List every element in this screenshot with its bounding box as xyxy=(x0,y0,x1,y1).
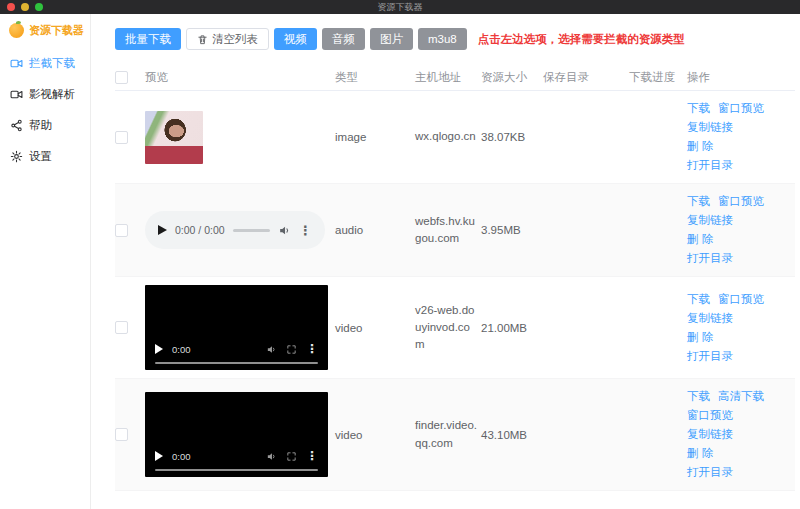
actions-cell: 下载窗口预览复制链接删 除打开目录 xyxy=(687,99,795,175)
resource-table: 预览类型主机地址资源大小保存目录下载进度操作 image wx.qlogo.cn… xyxy=(115,65,795,491)
table-row: image wx.qlogo.cn 38.07KB 下载窗口预览复制链接删 除打… xyxy=(115,91,795,184)
column-header: 主机地址 xyxy=(415,69,481,86)
volume-icon[interactable] xyxy=(278,224,291,237)
action-link[interactable]: 复制链接 xyxy=(687,118,733,137)
filter-video-button[interactable]: 视频 xyxy=(274,28,317,50)
gear-icon xyxy=(10,150,23,163)
action-link[interactable]: 删 除 xyxy=(687,230,713,249)
minimize-button[interactable] xyxy=(21,3,29,11)
action-link[interactable]: 打开目录 xyxy=(687,463,733,482)
header-check-cell xyxy=(115,71,145,84)
action-link[interactable]: 下载 xyxy=(687,387,710,406)
type-cell: image xyxy=(335,131,415,143)
actions-cell: 下载窗口预览复制链接删 除打开目录 xyxy=(687,290,795,366)
video-camera-icon xyxy=(10,57,23,70)
video-player: 0:00 ⋮ xyxy=(145,285,328,370)
action-link[interactable]: 打开目录 xyxy=(687,347,733,366)
action-link[interactable]: 下载 xyxy=(687,99,710,118)
action-link[interactable]: 高清下载 xyxy=(718,387,764,406)
share-icon xyxy=(10,119,23,132)
size-cell: 38.07KB xyxy=(481,131,543,143)
action-link[interactable]: 窗口预览 xyxy=(718,192,764,211)
video-menu-button[interactable]: ⋮ xyxy=(306,343,318,355)
video-seek-bar[interactable] xyxy=(155,362,318,364)
clear-list-button[interactable]: 清空列表 xyxy=(186,28,269,50)
play-button[interactable] xyxy=(155,344,163,354)
volume-icon[interactable] xyxy=(266,344,277,355)
action-link[interactable]: 下载 xyxy=(687,290,710,309)
batch-download-button[interactable]: 批量下载 xyxy=(115,28,181,50)
app-logo: 资源下载器 xyxy=(0,23,90,38)
filter-m3u8-button[interactable]: m3u8 xyxy=(418,28,467,50)
action-link[interactable]: 下载 xyxy=(687,192,710,211)
column-header: 下载进度 xyxy=(629,70,687,85)
size-cell: 43.10MB xyxy=(481,429,543,441)
video-time: 0:00 xyxy=(172,451,257,462)
preview-cell: 0:00 ⋮ xyxy=(145,285,335,370)
titlebar: 资源下载器 xyxy=(0,0,800,14)
fullscreen-icon[interactable] xyxy=(286,344,297,355)
sidebar-item-label: 拦截下载 xyxy=(29,56,75,71)
sidebar-item-help[interactable]: 帮助 xyxy=(0,110,90,141)
column-header: 操作 xyxy=(687,70,795,85)
audio-player: 0:00 / 0:00 ⋮ xyxy=(145,211,325,249)
action-link[interactable]: 打开目录 xyxy=(687,249,733,268)
table-row: 0:00 / 0:00 ⋮ audio webfs.hv.kugou.com 3… xyxy=(115,184,795,277)
image-thumbnail[interactable] xyxy=(145,111,203,164)
size-cell: 3.95MB xyxy=(481,224,543,236)
play-button[interactable] xyxy=(155,451,163,461)
action-link[interactable]: 窗口预览 xyxy=(687,406,733,425)
filter-image-button[interactable]: 图片 xyxy=(370,28,413,50)
sidebar-item-settings[interactable]: 设置 xyxy=(0,141,90,172)
action-link[interactable]: 复制链接 xyxy=(687,309,733,328)
action-link[interactable]: 打开目录 xyxy=(687,156,733,175)
row-checkbox[interactable] xyxy=(115,321,128,334)
sidebar: 资源下载器 拦截下载影视解析帮助设置 xyxy=(0,14,91,509)
action-link[interactable]: 删 除 xyxy=(687,444,713,463)
sidebar-item-label: 帮助 xyxy=(29,118,52,133)
sidebar-item-media-parse[interactable]: 影视解析 xyxy=(0,79,90,110)
video-seek-bar[interactable] xyxy=(155,469,318,471)
action-link[interactable]: 窗口预览 xyxy=(718,99,764,118)
video-camera-icon xyxy=(10,88,23,101)
size-cell: 21.00MB xyxy=(481,322,543,334)
video-menu-button[interactable]: ⋮ xyxy=(306,450,318,462)
main-content: 批量下载 清空列表 视频音频图片m3u8 点击左边选项，选择需要拦截的资源类型 … xyxy=(91,14,800,509)
table-row: 0:00 ⋮ video finder.video.qq.com 43.10MB… xyxy=(115,379,795,491)
clear-list-label: 清空列表 xyxy=(212,32,258,47)
row-checkbox[interactable] xyxy=(115,131,128,144)
table-header: 预览类型主机地址资源大小保存目录下载进度操作 xyxy=(115,65,795,91)
row-checkbox[interactable] xyxy=(115,428,128,441)
sidebar-item-label: 影视解析 xyxy=(29,87,75,102)
filter-audio-button[interactable]: 音频 xyxy=(322,28,365,50)
table-row: 0:00 ⋮ video v26-web.douyinvod.com 21.00… xyxy=(115,277,795,379)
audio-seek-bar[interactable] xyxy=(233,229,270,232)
app-body: 资源下载器 拦截下载影视解析帮助设置 批量下载 清空列表 视频音频图片m3u8 … xyxy=(0,14,800,509)
filter-group: 视频音频图片m3u8 xyxy=(274,28,467,50)
actions-cell: 下载窗口预览复制链接删 除打开目录 xyxy=(687,192,795,268)
host-cell: webfs.hv.kugou.com xyxy=(415,213,481,248)
host-cell: v26-web.douyinvod.com xyxy=(415,302,481,354)
close-button[interactable] xyxy=(7,3,15,11)
preview-cell: 0:00 / 0:00 ⋮ xyxy=(145,211,335,249)
fullscreen-icon[interactable] xyxy=(286,451,297,462)
orange-logo-icon xyxy=(9,23,24,38)
audio-time: 0:00 / 0:00 xyxy=(175,224,225,236)
action-link[interactable]: 复制链接 xyxy=(687,425,733,444)
traffic-lights xyxy=(7,3,43,11)
action-link[interactable]: 删 除 xyxy=(687,137,713,156)
host-cell: finder.video.qq.com xyxy=(415,417,481,452)
audio-menu-button[interactable]: ⋮ xyxy=(299,224,312,237)
maximize-button[interactable] xyxy=(35,3,43,11)
row-checkbox[interactable] xyxy=(115,224,128,237)
volume-icon[interactable] xyxy=(266,451,277,462)
select-all-checkbox[interactable] xyxy=(115,71,128,84)
action-link[interactable]: 复制链接 xyxy=(687,211,733,230)
sidebar-item-intercept-download[interactable]: 拦截下载 xyxy=(0,48,90,79)
sidebar-nav: 拦截下载影视解析帮助设置 xyxy=(0,48,90,172)
column-header: 预览 xyxy=(145,70,335,85)
play-button[interactable] xyxy=(158,225,167,235)
video-player: 0:00 ⋮ xyxy=(145,392,328,477)
action-link[interactable]: 窗口预览 xyxy=(718,290,764,309)
action-link[interactable]: 删 除 xyxy=(687,328,713,347)
